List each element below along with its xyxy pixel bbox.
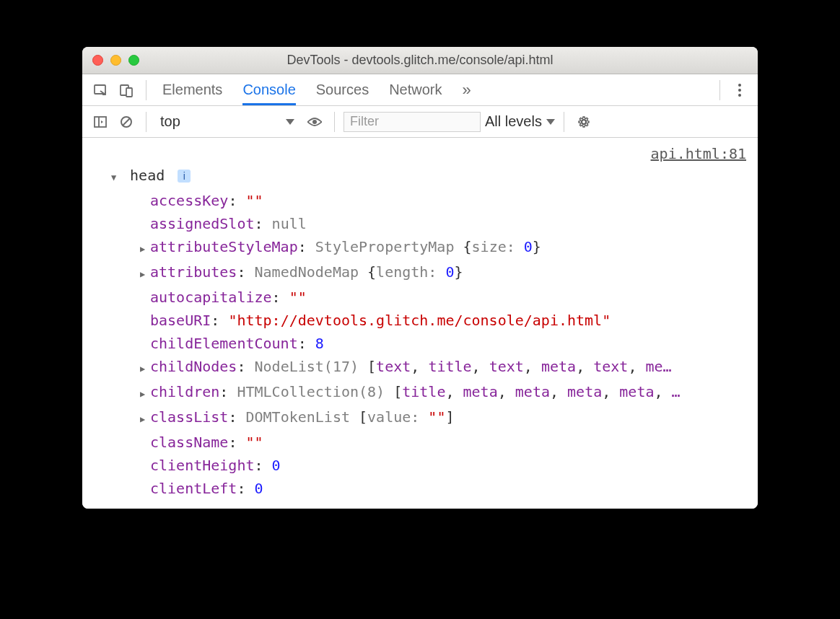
property-value: "" xyxy=(289,289,307,306)
inspect-icon[interactable] xyxy=(89,79,111,101)
tabs-bar: Elements Console Sources Network » xyxy=(82,74,758,106)
more-menu-icon[interactable] xyxy=(729,79,751,101)
property-key: accessKey xyxy=(150,192,228,209)
list-item: meta xyxy=(515,383,550,400)
context-selector[interactable]: top xyxy=(155,111,299,132)
property-row[interactable]: children: HTMLCollection(8) [title, meta… xyxy=(140,380,748,405)
levels-label: All levels xyxy=(485,113,542,130)
type-name: DOMTokenList xyxy=(245,408,359,426)
tab-console[interactable]: Console xyxy=(242,74,295,105)
disclosure-triangle-icon[interactable] xyxy=(140,405,150,431)
list-item: text xyxy=(593,358,628,375)
property-key: autocapitalize xyxy=(150,289,272,306)
traffic-lights xyxy=(82,55,139,66)
devtools-window: DevTools - devtools.glitch.me/console/ap… xyxy=(82,47,758,509)
colon: : xyxy=(272,289,289,306)
svg-rect-3 xyxy=(95,117,106,127)
property-key: clientHeight xyxy=(150,457,255,474)
disclosure-triangle-icon[interactable] xyxy=(140,355,150,380)
property-row: className: "" xyxy=(140,431,748,454)
list-item: me… xyxy=(645,358,671,375)
property-value: 0 xyxy=(272,457,281,474)
console-sidebar-toggle-icon[interactable] xyxy=(89,111,111,133)
colon: : xyxy=(228,408,245,426)
disclosure-triangle-icon[interactable] xyxy=(140,235,150,260)
property-row[interactable]: childNodes: NodeList(17) [text, title, t… xyxy=(140,355,748,380)
list-item: title xyxy=(402,383,445,400)
property-row: childElementCount: 8 xyxy=(140,332,748,355)
colon: : xyxy=(228,192,245,209)
property-value: 0 xyxy=(255,480,263,497)
property-key: clientLeft xyxy=(150,480,237,497)
type-name: StylePropertyMap xyxy=(315,238,463,255)
list-item: text xyxy=(376,358,411,375)
list-item: … xyxy=(672,383,681,400)
colon: : xyxy=(237,358,254,375)
colon: : xyxy=(211,312,228,329)
disclosure-triangle-icon[interactable] xyxy=(111,164,121,189)
colon: : xyxy=(298,335,315,352)
colon: : xyxy=(237,480,254,497)
console-body: api.html:81 head i accessKey: ""assigned… xyxy=(82,138,758,509)
property-value: "" xyxy=(245,434,263,451)
property-value: null xyxy=(272,215,307,232)
separator xyxy=(146,80,146,100)
clear-console-icon[interactable] xyxy=(115,111,137,133)
property-row: clientLeft: 0 xyxy=(140,477,748,500)
property-row[interactable]: attributes: NamedNodeMap {length: 0} xyxy=(140,260,748,286)
zoom-window-button[interactable] xyxy=(128,55,139,66)
context-value: top xyxy=(160,113,180,130)
tab-network[interactable]: Network xyxy=(389,74,442,105)
object-tree: head i accessKey: ""assignedSlot: nullat… xyxy=(111,164,748,500)
titlebar: DevTools - devtools.glitch.me/console/ap… xyxy=(82,47,758,74)
property-value: "http://devtools.glitch.me/console/api.h… xyxy=(228,312,611,329)
svg-rect-0 xyxy=(95,85,105,94)
property-key: children xyxy=(150,383,219,400)
svg-point-7 xyxy=(312,120,317,124)
object-root[interactable]: head i xyxy=(111,164,748,189)
minimize-window-button[interactable] xyxy=(110,55,121,66)
console-settings-icon[interactable] xyxy=(573,111,595,133)
chevron-down-icon xyxy=(286,119,294,125)
live-expression-icon[interactable] xyxy=(304,111,325,133)
device-toggle-icon[interactable] xyxy=(115,79,137,101)
type-name: NodeList(17) xyxy=(255,358,368,375)
property-key: attributeStyleMap xyxy=(150,238,298,255)
filter-input[interactable] xyxy=(344,112,481,132)
type-name: NamedNodeMap xyxy=(255,263,368,281)
tab-sources[interactable]: Sources xyxy=(316,74,369,105)
property-key: classList xyxy=(150,408,228,426)
list-item: meta xyxy=(541,358,576,375)
property-key: childNodes xyxy=(150,358,237,375)
disclosure-triangle-icon[interactable] xyxy=(140,260,150,286)
svg-line-6 xyxy=(123,118,130,126)
tab-elements[interactable]: Elements xyxy=(162,74,222,105)
list-item: text xyxy=(489,358,524,375)
close-window-button[interactable] xyxy=(92,55,103,66)
list-item: meta xyxy=(463,383,498,400)
type-name: HTMLCollection(8) xyxy=(237,383,393,400)
svg-rect-2 xyxy=(126,88,132,97)
log-levels-selector[interactable]: All levels xyxy=(485,113,555,130)
property-key: baseURI xyxy=(150,312,211,329)
property-value: 8 xyxy=(315,335,324,352)
property-row: autocapitalize: "" xyxy=(140,286,748,309)
disclosure-triangle-icon[interactable] xyxy=(140,380,150,405)
separator xyxy=(146,112,146,132)
list-item: meta xyxy=(619,383,654,400)
colon: : xyxy=(255,215,272,232)
source-link[interactable]: api.html:81 xyxy=(651,142,746,165)
colon: : xyxy=(255,457,272,474)
property-key: childElementCount xyxy=(150,335,298,352)
info-badge-icon[interactable]: i xyxy=(178,170,191,183)
property-row: clientHeight: 0 xyxy=(140,454,748,477)
list-item: title xyxy=(428,358,471,375)
property-row[interactable]: attributeStyleMap: StylePropertyMap {siz… xyxy=(140,235,748,260)
property-row[interactable]: classList: DOMTokenList [value: ""] xyxy=(140,405,748,431)
property-row: accessKey: "" xyxy=(140,189,748,212)
tabs-overflow[interactable]: » xyxy=(463,74,471,105)
panel-tabs: Elements Console Sources Network » xyxy=(162,74,471,105)
colon: : xyxy=(237,263,254,281)
separator xyxy=(334,112,335,132)
window-title: DevTools - devtools.glitch.me/console/ap… xyxy=(82,53,758,68)
